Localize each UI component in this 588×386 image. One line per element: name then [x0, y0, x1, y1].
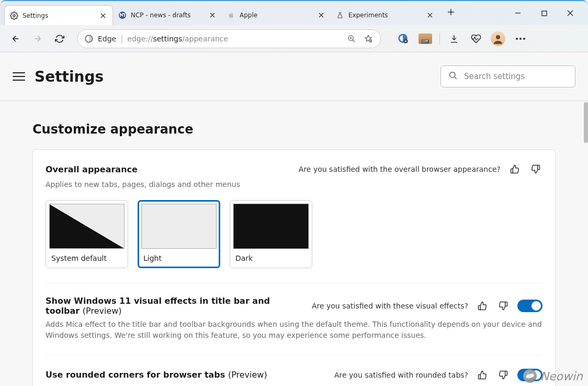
more-button[interactable] [511, 29, 530, 48]
tab-apple[interactable]: Apple [222, 5, 331, 25]
settings-content[interactable]: Customize appearance Overall appearance … [0, 101, 588, 386]
address-actions [346, 33, 374, 45]
downloads-button[interactable] [445, 30, 463, 48]
search-settings-input[interactable] [464, 72, 568, 81]
refresh-button[interactable] [50, 29, 69, 48]
feedback-question: Are you satisfied with these visual effe… [312, 302, 468, 310]
close-icon[interactable] [426, 11, 434, 19]
tab-label: Settings [22, 12, 95, 19]
thumbs-down-icon[interactable] [529, 162, 542, 176]
forward-button[interactable] [28, 29, 47, 48]
tab-ncp-news[interactable]: NCP - news - drafts [113, 5, 222, 25]
window-controls [506, 1, 588, 25]
address-brand: Edge [98, 35, 116, 43]
svg-rect-2 [542, 11, 547, 16]
rounded-title: Use rounded corners for browser tabs (Pr… [46, 370, 267, 380]
thumbs-up-icon[interactable] [476, 368, 489, 382]
shopping-ext-icon[interactable]: Off [416, 30, 434, 48]
rounded-tabs-row: Use rounded corners for browser tabs (Pr… [46, 368, 542, 386]
extensions-row: Off [394, 29, 530, 48]
tab-strip: Settings NCP - news - drafts Apple [0, 1, 506, 25]
theme-label: System default [49, 254, 125, 262]
tab-experiments[interactable]: Experiments [331, 5, 439, 25]
mica-toggle[interactable] [517, 300, 542, 312]
theme-preview [49, 204, 125, 249]
edge-icon [84, 34, 94, 43]
mica-effect-row: Show Windows 11 visual effects in title … [46, 296, 542, 356]
appearance-card: Overall appearance Are you satisfied wit… [32, 149, 556, 386]
section-title: Customize appearance [32, 122, 556, 137]
title-bar: Settings NCP - news - drafts Apple [0, 0, 588, 25]
mica-title: Show Windows 11 visual effects in title … [46, 296, 270, 316]
tracking-prevention-icon[interactable] [394, 30, 412, 48]
close-window-button[interactable] [559, 5, 582, 21]
toolbar-divider [439, 33, 440, 45]
theme-options: System default Light Dark [46, 200, 542, 268]
health-ext-icon[interactable] [467, 30, 485, 48]
theme-system-default[interactable]: System default [46, 200, 128, 268]
thumbs-down-icon[interactable] [496, 368, 510, 382]
gear-icon [10, 12, 18, 20]
nav-toolbar: Edge | edge://settings/appearance Off [0, 25, 588, 52]
address-separator: | [120, 34, 123, 43]
profile-avatar[interactable] [489, 30, 507, 48]
search-icon [448, 71, 458, 82]
thumbs-up-icon[interactable] [476, 299, 489, 313]
rounded-tabs-toggle[interactable] [517, 369, 542, 381]
menu-button[interactable] [13, 70, 25, 83]
svg-point-11 [519, 38, 522, 40]
svg-point-12 [523, 38, 525, 40]
back-button[interactable] [6, 29, 25, 48]
settings-header: Settings [0, 52, 588, 101]
neowin-icon [118, 11, 127, 19]
theme-label: Dark [233, 254, 309, 262]
svg-point-10 [516, 38, 518, 40]
overall-appearance-row: Overall appearance Are you satisfied wit… [46, 162, 542, 283]
page-title: Settings [35, 68, 431, 85]
overall-desc: Applies to new tabs, pages, dialogs and … [46, 179, 542, 190]
svg-point-0 [13, 15, 15, 17]
zoom-icon[interactable] [346, 33, 357, 45]
theme-dark[interactable]: Dark [230, 200, 312, 268]
tab-label: Apple [240, 12, 313, 19]
overall-title: Overall appearance [46, 164, 291, 174]
scrollbar-thumb[interactable] [584, 102, 588, 143]
close-icon[interactable] [99, 12, 107, 20]
thumbs-up-icon[interactable] [508, 162, 522, 176]
new-tab-button[interactable] [443, 4, 459, 20]
close-icon[interactable] [317, 11, 325, 19]
search-settings-box[interactable] [440, 65, 575, 87]
tab-label: NCP - news - drafts [131, 12, 204, 19]
maximize-button[interactable] [533, 5, 556, 21]
address-url: edge://settings/appearance [127, 35, 342, 43]
tab-label: Experiments [348, 12, 422, 19]
svg-point-9 [496, 35, 500, 39]
theme-preview [233, 204, 309, 249]
tab-settings[interactable]: Settings [4, 5, 113, 25]
minimize-button[interactable] [506, 5, 529, 21]
flask-icon [336, 11, 344, 19]
mica-desc: Adds Mica effect to the title bar and to… [46, 319, 542, 340]
address-bar[interactable]: Edge | edge://settings/appearance [77, 29, 381, 48]
svg-point-13 [450, 72, 456, 78]
theme-preview [141, 204, 217, 249]
svg-rect-8 [405, 40, 407, 41]
favorite-icon[interactable] [363, 33, 374, 45]
apple-icon [227, 11, 235, 19]
feedback-question: Are you satisfied with the overall brows… [299, 165, 501, 173]
theme-light[interactable]: Light [138, 200, 220, 268]
thumbs-down-icon[interactable] [496, 299, 510, 313]
theme-label: Light [141, 254, 217, 262]
feedback-question: Are you satisfied with rounded tabs? [334, 371, 468, 379]
close-icon[interactable] [208, 11, 217, 19]
